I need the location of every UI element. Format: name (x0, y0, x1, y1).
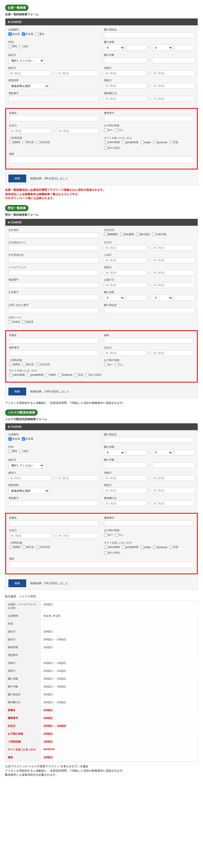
product-name-input[interactable] (104, 308, 195, 313)
check-store-2[interactable]: 北九州店 (36, 141, 50, 144)
check-prov-member[interactable]: 仮会員 (8, 437, 20, 441)
check-children-yes[interactable]: あり (104, 533, 113, 536)
amount-currency-from[interactable]: ¥ (104, 44, 125, 51)
birth-month-select[interactable]: 選択してください (8, 462, 44, 468)
anniv-to-input[interactable] (57, 128, 99, 134)
register-from-input[interactable] (104, 475, 147, 481)
check-children-no[interactable]: なし (115, 533, 124, 536)
remarks-input[interactable] (9, 156, 194, 163)
check-store-0[interactable]: 福岡店 (9, 141, 21, 144)
register-from-input[interactable] (104, 70, 147, 76)
check-male[interactable]: 男性 (8, 44, 17, 48)
check-store-0[interactable]: 福岡店 (9, 363, 21, 366)
anniv-from-input[interactable] (9, 533, 51, 538)
check-unsent[interactable]: 未送信 (8, 320, 20, 324)
check-trigger-4[interactable]: 広告 (170, 141, 178, 144)
count-from-input[interactable] (104, 462, 147, 468)
anniv-from-input[interactable] (104, 350, 146, 356)
check-trigger-4[interactable]: 広告 (75, 373, 83, 377)
amount-from-input[interactable] (126, 295, 147, 301)
phone-input[interactable] (8, 282, 99, 288)
paydate-from-input[interactable] (104, 257, 147, 263)
search-button[interactable]: 検索 (8, 579, 26, 587)
orderer-company-input[interactable] (8, 257, 99, 263)
check-trigger-1[interactable]: google検索 (122, 141, 138, 144)
mobile-input[interactable] (104, 116, 194, 121)
amount-currency-to[interactable]: ¥ (152, 44, 173, 51)
department-input[interactable] (9, 338, 99, 343)
phone-input[interactable] (8, 501, 99, 506)
shipdate-to-input[interactable] (152, 282, 195, 288)
check-trigger-5[interactable]: 知人の紹介 (104, 551, 121, 555)
check-pay-3[interactable]: 代金引換 (152, 232, 166, 236)
check-full-member[interactable]: 本会員 (22, 437, 33, 441)
check-store-1[interactable]: 春日店 (23, 141, 34, 144)
check-children-no[interactable]: なし (115, 363, 124, 366)
amount-currency-to[interactable]: ¥ (152, 450, 173, 456)
email-input[interactable] (8, 270, 99, 276)
birthday-to-input[interactable] (56, 70, 99, 76)
anniv-to-input[interactable] (152, 350, 194, 356)
check-full-member[interactable]: 本会員 (22, 32, 33, 36)
check-female[interactable]: 女性 (19, 450, 28, 453)
lastpurchase-to-input[interactable] (152, 501, 195, 506)
amount-currency-from[interactable]: ¥ (104, 450, 125, 456)
check-pay-0[interactable]: 郵便書留 (104, 232, 118, 236)
prefecture-select[interactable]: 都道府県を選択 (8, 83, 49, 89)
amount-currency-to[interactable]: ¥ (152, 295, 173, 301)
update-from-input[interactable] (104, 488, 147, 493)
check-male[interactable]: 男性 (8, 450, 17, 453)
update-to-input[interactable] (152, 83, 195, 89)
check-trigger-2[interactable]: twitter (46, 373, 56, 376)
phone-input[interactable] (8, 96, 99, 101)
check-trigger-0[interactable]: yahoo検索 (104, 545, 120, 549)
birth-month-select[interactable]: 選択してください (8, 58, 44, 64)
product-name-input[interactable] (104, 32, 195, 38)
count-from-input[interactable] (104, 58, 147, 63)
amount-to-input[interactable] (174, 45, 195, 51)
register-to-input[interactable] (152, 70, 195, 76)
check-trigger-3[interactable]: facebook (153, 546, 168, 549)
search-button[interactable]: 検索 (8, 388, 26, 396)
check-trigger-3[interactable]: facebook (153, 141, 168, 144)
amount-from-input[interactable] (126, 450, 147, 455)
check-pay-2[interactable]: 銀行振込 (136, 232, 150, 236)
birthday-from-input[interactable] (8, 70, 51, 76)
update-to-input[interactable] (152, 270, 195, 276)
check-trigger-1[interactable]: google検索 (27, 373, 44, 377)
lastpurchase-from-input[interactable] (104, 96, 147, 101)
check-store-0[interactable]: 福岡店 (9, 545, 21, 549)
remarks-input[interactable] (9, 561, 194, 568)
check-pay-1[interactable]: 現金書留 (120, 232, 134, 236)
orderer-kana-input[interactable] (8, 245, 99, 251)
lastpurchase-to-input[interactable] (152, 96, 195, 101)
anniv-to-input[interactable] (57, 533, 99, 538)
check-trigger-1[interactable]: google検索 (122, 545, 138, 549)
birthday-from-input[interactable] (8, 475, 51, 481)
register-to-input[interactable] (152, 475, 195, 481)
check-sent[interactable]: 送信済 (22, 320, 33, 324)
anniv-from-input[interactable] (9, 128, 51, 134)
birthday-to-input[interactable] (56, 475, 99, 481)
count-to-input[interactable] (152, 462, 195, 468)
orderdate-from-input[interactable] (104, 245, 147, 251)
check-store-2[interactable]: 北九州店 (36, 545, 50, 549)
check-trigger-4[interactable]: 広告 (170, 545, 178, 549)
amount-currency-from[interactable]: ¥ (104, 295, 125, 301)
check-prov-member[interactable]: 仮会員 (8, 32, 20, 36)
search-button[interactable]: 検索 (8, 175, 26, 182)
check-female[interactable]: 女性 (19, 44, 28, 48)
check-trigger-2[interactable]: twitter (141, 141, 151, 144)
amount-to-input[interactable] (174, 450, 195, 455)
update-to-input[interactable] (152, 488, 195, 493)
lastpurchase-from-input[interactable] (104, 501, 147, 506)
check-trigger-5[interactable]: 知人の紹介 (85, 373, 102, 377)
orderdate-to-input[interactable] (152, 245, 195, 251)
count-to-input[interactable] (152, 58, 195, 63)
department-input[interactable] (9, 116, 99, 121)
remarks-input[interactable] (104, 338, 194, 343)
orderer-name-input[interactable] (8, 232, 99, 238)
check-trigger-5[interactable]: 知人の紹介 (104, 146, 121, 150)
check-trigger-2[interactable]: twitter (141, 546, 151, 549)
update-from-input[interactable] (104, 83, 147, 89)
